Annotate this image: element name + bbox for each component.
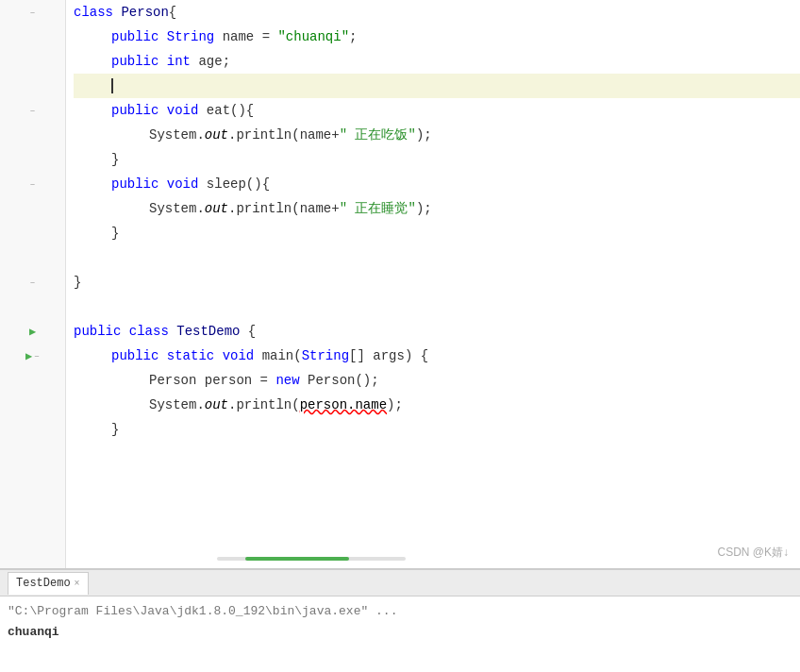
tab-close-button[interactable]: × xyxy=(75,579,80,589)
str-sleeping: " 正在睡觉" xyxy=(340,200,416,217)
fold-icon-8[interactable]: – xyxy=(29,179,35,190)
run-icon-14[interactable]: ▶ xyxy=(29,325,36,339)
brace-close-18: } xyxy=(111,422,119,437)
classname-person: Person xyxy=(121,5,168,20)
brace-close-10: } xyxy=(111,226,119,241)
code-line-2: public String name = "chuanqi" ; xyxy=(74,25,800,49)
out-6: out xyxy=(205,127,228,143)
kw-static-15: static xyxy=(167,348,223,363)
code-line-16: Person person = new Person(); xyxy=(74,368,800,393)
gutter-row-6 xyxy=(0,123,65,147)
code-container: – – – – ▶ ▶ – xyxy=(0,0,800,568)
gutter-row-5: – xyxy=(0,98,65,123)
semicolon-2: ; xyxy=(349,29,357,44)
scrollbar-track[interactable] xyxy=(217,557,406,561)
person-constructor: Person(); xyxy=(308,373,379,388)
bottom-panel: TestDemo × "C:\Program Files\Java\jdk1.8… xyxy=(0,568,800,672)
person-decl: Person person = xyxy=(149,373,275,388)
fold-icon-1[interactable]: – xyxy=(29,8,35,18)
fold-icon-5[interactable]: – xyxy=(29,106,35,116)
horizontal-scrollbar[interactable] xyxy=(66,557,800,561)
system-9: System. xyxy=(149,201,205,216)
code-line-3: public int age; xyxy=(74,49,800,74)
code-line-17: System. out .println( person.name ); xyxy=(74,393,800,417)
kw-int: int xyxy=(167,54,199,69)
kw-string: String xyxy=(167,29,223,44)
kw-public-8: public xyxy=(111,176,167,192)
code-line-1: class Person { xyxy=(74,0,800,25)
str-eating: " 正在吃饭" xyxy=(340,126,416,143)
gutter-row-9 xyxy=(0,196,65,221)
system-6: System. xyxy=(149,127,205,143)
paren-6: ); xyxy=(416,127,432,143)
gutter-row-13 xyxy=(0,294,65,319)
kw-void-8: void xyxy=(167,176,207,192)
gutter-row-11 xyxy=(0,245,65,270)
kw-string-15: String xyxy=(302,348,349,363)
run-icon-15[interactable]: ▶ xyxy=(25,349,32,363)
gutter-row-2 xyxy=(0,25,65,49)
code-lines: class Person { public String name = "chu… xyxy=(66,0,800,568)
println-9: .println(name+ xyxy=(228,201,340,216)
code-line-8: public void sleep(){ xyxy=(74,172,800,196)
code-line-11 xyxy=(74,245,800,270)
code-line-15: public static void main( String [] args)… xyxy=(74,344,800,368)
kw-public-3: public xyxy=(111,54,167,69)
gutter-row-7 xyxy=(0,147,65,172)
gutter-row-3 xyxy=(0,49,65,74)
gutter-row-1: – xyxy=(0,0,65,25)
gutter-row-12: – xyxy=(0,270,65,294)
text-cursor xyxy=(111,78,113,93)
fold-icon-15[interactable]: – xyxy=(34,351,40,361)
kw-class-14: class xyxy=(129,324,176,339)
method-eat: eat(){ xyxy=(207,103,254,118)
kw-new: new xyxy=(275,373,308,388)
code-line-13 xyxy=(74,294,800,319)
gutter-row-8: – xyxy=(0,172,65,196)
code-line-12: } xyxy=(74,270,800,294)
var-name: name = xyxy=(223,29,278,44)
fold-icon-12[interactable]: – xyxy=(29,277,35,288)
paren-9: ); xyxy=(416,201,432,216)
code-line-14: public class TestDemo { xyxy=(74,319,800,344)
tab-testdemo[interactable]: TestDemo × xyxy=(8,572,89,595)
code-line-4 xyxy=(74,74,800,98)
println-17: .println( xyxy=(228,397,300,412)
gutter-row-14: ▶ xyxy=(0,319,65,344)
var-age: age; xyxy=(198,54,230,69)
brace-close-7: } xyxy=(111,152,119,167)
gutter-row-17 xyxy=(0,393,65,417)
code-line-9: System. out .println(name+ " 正在睡觉" ); xyxy=(74,196,800,221)
keyword-class: class xyxy=(74,5,121,20)
console-line-2: chuanqi xyxy=(8,621,792,642)
console-line-1: "C:\Program Files\Java\jdk1.8.0_192\bin\… xyxy=(8,600,792,621)
brace-open-14: { xyxy=(248,324,256,339)
kw-void-15: void xyxy=(223,348,262,363)
args-param: [] args) { xyxy=(349,348,428,363)
gutter: – – – – ▶ ▶ – xyxy=(0,0,66,568)
gutter-row-4 xyxy=(0,74,65,98)
classname-testdemo: TestDemo xyxy=(176,324,248,339)
kw-public-14: public xyxy=(74,324,129,339)
code-line-7: } xyxy=(74,147,800,172)
paren-17: ); xyxy=(387,397,403,412)
bottom-tabs: TestDemo × xyxy=(0,570,800,596)
out-17: out xyxy=(205,397,228,412)
main-method: main( xyxy=(262,348,302,363)
brace-close-12: } xyxy=(74,275,81,290)
code-line-10: } xyxy=(74,221,800,245)
tab-label: TestDemo xyxy=(16,577,71,590)
brace-open: { xyxy=(169,5,176,20)
kw-void-5: void xyxy=(167,103,207,118)
out-9: out xyxy=(205,201,228,216)
code-line-5: public void eat(){ xyxy=(74,98,800,123)
gutter-row-10 xyxy=(0,221,65,245)
code-line-6: System. out .println(name+ " 正在吃饭" ); xyxy=(74,123,800,147)
person-name-ref: person.name xyxy=(300,397,387,412)
gutter-row-15: ▶ – xyxy=(0,344,65,368)
method-sleep: sleep(){ xyxy=(207,176,270,192)
scrollbar-thumb[interactable] xyxy=(245,557,349,561)
watermark: CSDN @K婧↓ xyxy=(717,545,789,561)
println-6: .println(name+ xyxy=(228,127,340,143)
console-output: "C:\Program Files\Java\jdk1.8.0_192\bin\… xyxy=(0,596,800,672)
